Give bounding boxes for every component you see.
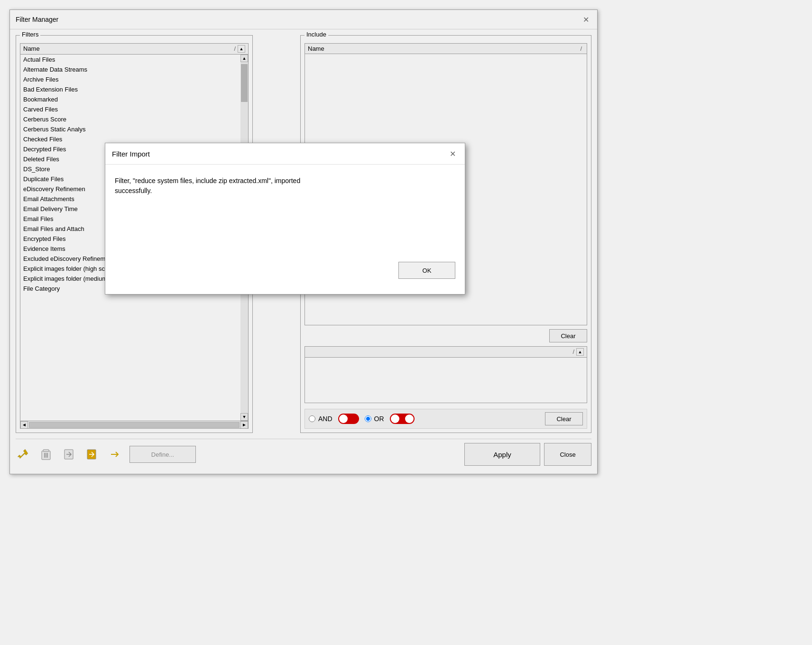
include-header-name: Name: [308, 45, 580, 52]
include-second-content: [305, 358, 587, 403]
filter-header-name: Name: [23, 45, 234, 53]
dialog-message-line1: Filter, "reduce system files, include zi…: [115, 176, 455, 186]
and-toggle[interactable]: [338, 414, 359, 424]
and-or-clear-btn[interactable]: Clear: [545, 412, 583, 425]
filter-table-header: Name / ▲: [20, 44, 248, 55]
horiz-scroll-right-btn[interactable]: ►: [240, 421, 248, 429]
include-second-slash: /: [572, 348, 574, 356]
include-bottom: Clear / ▲ AND: [304, 329, 587, 429]
include-second-header-space: [308, 348, 572, 356]
dialog-message-line2: successfully.: [115, 186, 455, 196]
filter-item-cerberus-score[interactable]: Cerberus Score: [20, 114, 240, 124]
include-second-header: / ▲: [305, 347, 587, 358]
horiz-scroll-thumb[interactable]: [29, 422, 240, 428]
and-radio-group: AND: [309, 415, 332, 423]
toolbar-icon-3[interactable]: [61, 447, 76, 462]
window-close-button[interactable]: ✕: [580, 14, 591, 25]
or-radio-group: OR: [365, 415, 384, 423]
include-table-header: Name /: [305, 44, 587, 54]
include-legend: Include: [304, 31, 328, 38]
dialog-footer: OK ↖: [105, 256, 465, 294]
filters-legend: Filters: [20, 31, 40, 38]
filter-item-actual-files[interactable]: Actual Files: [20, 55, 240, 64]
or-label: OR: [374, 415, 384, 423]
svg-rect-1: [43, 450, 49, 452]
toolbar-icon-4[interactable]: [84, 447, 99, 462]
bottom-buttons: Apply Close: [464, 443, 591, 466]
filter-item-alternate[interactable]: Alternate Data Streams: [20, 64, 240, 74]
toolbar-icon-2[interactable]: [38, 447, 54, 462]
filter-item-bad-ext[interactable]: Bad Extension Files: [20, 84, 240, 94]
scroll-down-btn[interactable]: ▼: [240, 413, 248, 421]
include-second-sort-btn[interactable]: ▲: [576, 348, 584, 356]
arrow-icon: [109, 449, 120, 460]
export-icon: [86, 449, 97, 460]
or-toggle-knob-right: [405, 415, 414, 423]
dialog-title-bar: Filter Import ✕: [105, 143, 465, 165]
filter-item-cerberus-static[interactable]: Cerberus Static Analys: [20, 124, 240, 134]
and-radio[interactable]: [309, 415, 315, 422]
and-or-row: AND OR: [304, 409, 587, 429]
trash-icon: [41, 449, 51, 460]
filter-sort-btn[interactable]: ▲: [238, 45, 245, 53]
bottom-toolbar: Define... Apply Close: [16, 439, 591, 468]
filter-import-dialog: Filter Import ✕ Filter, "reduce system f…: [105, 143, 465, 295]
cursor-area: ↖: [451, 283, 455, 288]
import-icon: [64, 449, 74, 460]
main-window: Filter Manager ✕ Filters Name / ▲: [9, 9, 598, 474]
toolbar-icon-1[interactable]: [16, 447, 31, 462]
window-title: Filter Manager: [16, 16, 58, 23]
include-header-slash: /: [580, 45, 582, 52]
filter-item-carved[interactable]: Carved Files: [20, 104, 240, 114]
horizontal-scrollbar: ◄ ►: [20, 421, 248, 428]
dialog-title: Filter Import: [112, 150, 150, 158]
wrench-icon: [18, 449, 29, 460]
or-toggle-knob-left: [391, 415, 399, 423]
include-second-table: / ▲: [304, 346, 587, 403]
dialog-ok-button[interactable]: OK: [398, 262, 455, 279]
scroll-thumb[interactable]: [241, 64, 248, 102]
and-label: AND: [318, 415, 332, 423]
or-toggle[interactable]: [390, 414, 415, 424]
filter-item-archive[interactable]: Archive Files: [20, 74, 240, 84]
toolbar-icon-5[interactable]: [107, 447, 122, 462]
dialog-close-button[interactable]: ✕: [447, 148, 458, 159]
define-button[interactable]: Define...: [129, 446, 196, 463]
filter-header-slash: /: [234, 45, 236, 53]
title-bar: Filter Manager ✕: [10, 10, 597, 29]
apply-button[interactable]: Apply: [464, 443, 540, 466]
scroll-up-btn[interactable]: ▲: [240, 55, 248, 62]
horiz-scroll-left-btn[interactable]: ◄: [20, 421, 28, 429]
include-clear-btn[interactable]: Clear: [549, 329, 587, 342]
or-radio[interactable]: [365, 415, 371, 422]
and-toggle-knob: [339, 415, 348, 423]
dialog-body: Filter, "reduce system files, include zi…: [105, 165, 465, 256]
filter-item-bookmarked[interactable]: Bookmarked: [20, 94, 240, 104]
close-window-button[interactable]: Close: [544, 443, 591, 466]
